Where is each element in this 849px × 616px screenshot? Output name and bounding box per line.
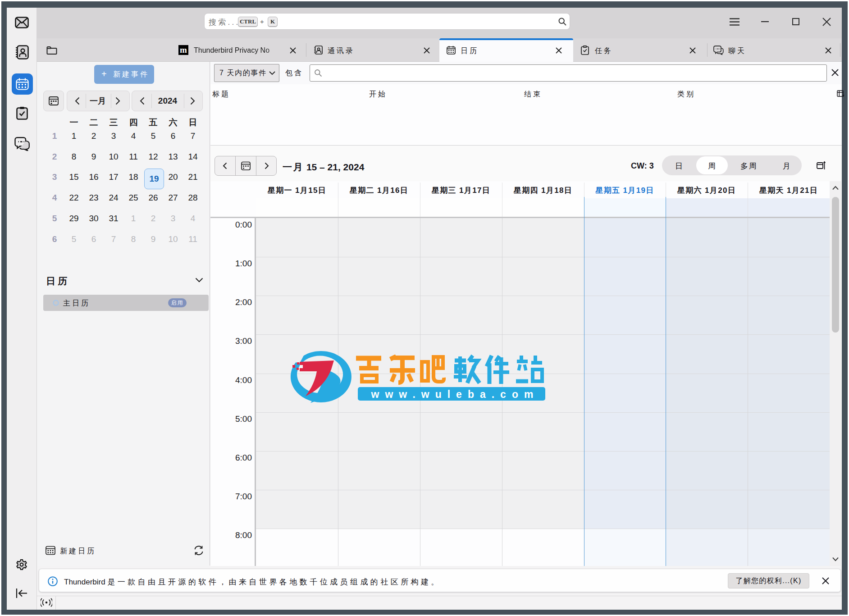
svg-text:www.wuleba.com: www.wuleba.com xyxy=(371,388,539,400)
